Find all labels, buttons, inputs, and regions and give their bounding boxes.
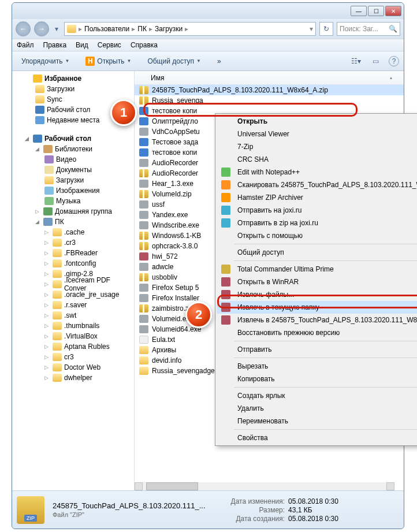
context-item[interactable]: Удалить — [217, 402, 417, 415]
toolbar-overflow[interactable]: » — [213, 55, 226, 68]
breadcrumb-users[interactable]: Пользователи — [84, 25, 129, 33]
file-row[interactable]: Russia_sevenga — [135, 95, 404, 106]
tree-folder[interactable]: ▷cr3 — [12, 352, 134, 362]
nav-tree: Избранное Загрузки Sync Рабочий стол Нед… — [12, 71, 135, 490]
breadcrumb-downloads[interactable]: Загрузки — [155, 25, 183, 33]
tree-favorites[interactable]: Избранное — [12, 73, 134, 84]
tree-folder[interactable]: ▷.swt — [12, 310, 134, 321]
organize-button[interactable]: Упорядочить▼ — [17, 55, 74, 68]
context-separator — [234, 387, 417, 388]
context-item[interactable]: Universal Viewer — [217, 128, 417, 140]
tree-documents[interactable]: Документы — [12, 165, 134, 175]
tree-folder[interactable]: ▷.fontconfig — [12, 258, 134, 269]
tree-homegroup[interactable]: ▷Домашняя группа — [12, 206, 134, 217]
scroll-thumb[interactable] — [146, 482, 198, 490]
share-button[interactable]: Общий доступ▼ — [143, 55, 206, 68]
folder-icon — [53, 363, 62, 371]
menu-tools[interactable]: Сервис — [98, 41, 121, 49]
app-icon — [221, 303, 230, 312]
file-row[interactable]: 245875_TouchPad_ALPS_8.103.2020.111_W8x6… — [135, 85, 404, 95]
tree-folder[interactable]: ▷.cache — [12, 227, 134, 237]
tree-folder[interactable]: ▷.Icecream PDF Conver — [12, 279, 134, 289]
horizontal-scrollbar[interactable] — [135, 482, 394, 490]
context-label: Открыть с помощью — [237, 232, 303, 240]
context-item[interactable]: Отправить▶ — [217, 343, 417, 356]
breadcrumb-pc[interactable]: ПК — [137, 25, 147, 33]
maximize-button[interactable]: ☐ — [368, 6, 384, 16]
tree-music[interactable]: Музыка — [12, 196, 134, 206]
context-item[interactable]: Отправить на joxi.ru — [217, 204, 417, 217]
menu-edit[interactable]: Правка — [43, 41, 67, 49]
word-icon — [139, 107, 148, 115]
context-item[interactable]: Извлечь в 245875_TouchPad_ALPS_8.103.202… — [217, 314, 417, 326]
tree-desktop[interactable]: ◢Рабочий стол — [12, 133, 134, 144]
context-item[interactable]: Отправить в zip на joxi.ru — [217, 217, 417, 229]
tree-folder[interactable]: ▷.thumbnails — [12, 321, 134, 331]
view-mode-button[interactable]: ☷▾ — [349, 55, 362, 68]
context-item[interactable]: Вырезать — [217, 360, 417, 373]
tree-folder[interactable]: ▷Doctor Web — [12, 362, 134, 373]
minimize-button[interactable]: — — [351, 6, 367, 16]
word-icon — [139, 138, 148, 146]
context-item[interactable]: Копировать — [217, 373, 417, 385]
forward-button[interactable]: → — [34, 21, 49, 36]
tree-lib-downloads[interactable]: Загрузки — [12, 175, 134, 185]
tree-folder[interactable]: ▷Aptana Rubles — [12, 341, 134, 352]
context-item[interactable]: CRC SHA▶ — [217, 153, 417, 166]
context-item[interactable]: Сканировать 245875_TouchPad_ALPS_8.103.2… — [217, 178, 417, 191]
context-item[interactable]: Свойства — [217, 431, 417, 444]
tree-pc[interactable]: ◢ПК — [12, 217, 134, 227]
image-icon — [44, 187, 54, 195]
context-item[interactable]: Hamster ZIP Archiver — [217, 191, 417, 204]
close-button[interactable]: ✕ — [385, 6, 401, 16]
titlebar: — ☐ ✕ — [12, 3, 404, 19]
tree-folder[interactable]: ▷.FBReader — [12, 248, 134, 258]
menu-help[interactable]: Справка — [131, 41, 158, 49]
context-item[interactable]: Создать ярлык — [217, 389, 417, 402]
details-pane: ZIP 245875_TouchPad_ALPS_8.103.2020.111_… — [12, 490, 404, 529]
column-header-name[interactable]: Имя▴ — [135, 71, 404, 85]
chevron-down-icon[interactable]: ▾ — [310, 25, 313, 33]
context-separator — [234, 358, 417, 358]
tree-downloads[interactable]: Загрузки — [12, 84, 134, 94]
app-icon — [221, 277, 230, 287]
context-item[interactable]: Открыть — [217, 115, 417, 128]
context-item[interactable]: Извлечь в текущую папку — [217, 301, 417, 314]
context-item[interactable]: Открыть с помощью▶ — [217, 229, 417, 242]
file-name: AudioRecorder — [152, 159, 198, 167]
tree-folder[interactable]: ▷.cr3 — [12, 237, 134, 248]
word-icon — [139, 148, 148, 157]
context-item[interactable]: Переименовать — [217, 415, 417, 427]
tree-folder[interactable]: ▷.VirtualBox — [12, 331, 134, 341]
tree-videos[interactable]: Видео — [12, 154, 134, 165]
search-input[interactable]: Поиск: Заг... 🔍 — [337, 22, 400, 36]
help-button[interactable]: ? — [389, 56, 399, 66]
back-button[interactable]: ← — [16, 21, 31, 36]
search-placeholder: Поиск: Заг... — [340, 25, 378, 33]
file-name: usbobliv — [152, 273, 177, 281]
context-item[interactable]: Total Commander Ultima Prime — [217, 263, 417, 276]
context-item[interactable]: 7-Zip▶ — [217, 140, 417, 153]
tree-folder[interactable]: ▷.r.saver — [12, 300, 134, 310]
context-item[interactable]: Восстановить прежнюю версию — [217, 326, 417, 339]
scroll-right-button[interactable] — [386, 482, 394, 490]
context-item[interactable]: Общий доступ▶ — [217, 246, 417, 259]
scroll-left-button[interactable] — [135, 482, 143, 490]
tree-folder[interactable]: ▷dwhelper — [12, 373, 134, 383]
tree-libraries[interactable]: ◢Библиотеки — [12, 144, 134, 154]
open-button[interactable]: HОткрыть▼ — [81, 54, 136, 68]
context-item[interactable]: Открыть в WinRAR — [217, 276, 417, 288]
menu-view[interactable]: Вид — [76, 41, 88, 49]
desktop-icon — [35, 106, 44, 114]
refresh-button[interactable]: ↻ — [319, 22, 333, 36]
sort-indicator-icon: ▴ — [390, 75, 392, 80]
context-item[interactable]: Извлечь файлы... — [217, 288, 417, 301]
folder-icon — [44, 176, 54, 184]
address-bar[interactable]: ▸ Пользователи ▸ ПК ▸ Загрузки ▸ ▾ — [64, 22, 316, 36]
context-item[interactable]: Edit with Notepad++ — [217, 166, 417, 178]
tree-folder[interactable]: ▷.oracle_jre_usage — [12, 289, 134, 300]
tree-pictures[interactable]: Изображения — [12, 185, 134, 196]
menu-file[interactable]: Файл — [17, 41, 34, 49]
preview-pane-button[interactable]: ▭ — [369, 55, 382, 68]
nav-history-dropdown[interactable]: ▾ — [53, 21, 61, 36]
